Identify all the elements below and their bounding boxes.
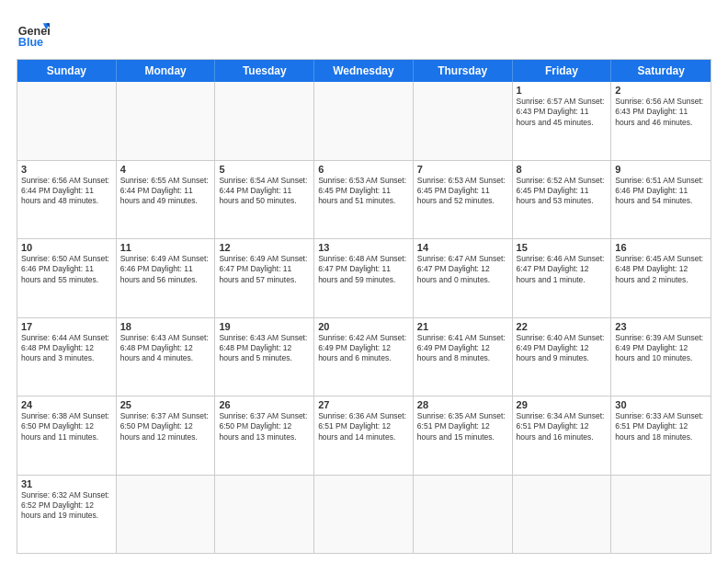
day-info: Sunrise: 6:57 AM Sunset: 6:43 PM Dayligh… [517,97,608,128]
day-number: 19 [219,321,310,332]
day-info: Sunrise: 6:42 AM Sunset: 6:49 PM Dayligh… [318,333,409,364]
header: General Blue [17,17,711,50]
day-info: Sunrise: 6:33 AM Sunset: 6:51 PM Dayligh… [615,411,707,442]
calendar-row-4: 24Sunrise: 6:38 AM Sunset: 6:50 PM Dayli… [17,396,711,476]
calendar-cell: 7Sunrise: 6:53 AM Sunset: 6:45 PM Daylig… [414,161,513,239]
day-info: Sunrise: 6:36 AM Sunset: 6:51 PM Dayligh… [318,411,409,442]
day-info: Sunrise: 6:45 AM Sunset: 6:48 PM Dayligh… [615,254,707,285]
calendar-cell [314,476,414,554]
day-info: Sunrise: 6:50 AM Sunset: 6:46 PM Dayligh… [21,254,112,285]
calendar-cell: 1Sunrise: 6:57 AM Sunset: 6:43 PM Daylig… [513,82,612,160]
calendar-cell: 11Sunrise: 6:49 AM Sunset: 6:46 PM Dayli… [117,239,216,317]
day-info: Sunrise: 6:32 AM Sunset: 6:52 PM Dayligh… [21,490,112,522]
calendar-cell [414,476,513,554]
calendar-cell: 27Sunrise: 6:36 AM Sunset: 6:51 PM Dayli… [314,396,414,475]
day-number: 4 [120,164,211,175]
day-number: 5 [219,164,310,175]
weekday-header-thursday: Thursday [414,60,513,82]
calendar-cell: 10Sunrise: 6:50 AM Sunset: 6:46 PM Dayli… [17,239,117,317]
day-info: Sunrise: 6:44 AM Sunset: 6:48 PM Dayligh… [21,333,112,364]
day-number: 10 [21,242,112,253]
day-number: 23 [615,321,707,332]
day-info: Sunrise: 6:53 AM Sunset: 6:45 PM Dayligh… [318,176,409,207]
day-info: Sunrise: 6:54 AM Sunset: 6:44 PM Dayligh… [219,176,310,207]
calendar-cell: 12Sunrise: 6:49 AM Sunset: 6:47 PM Dayli… [215,239,314,317]
day-info: Sunrise: 6:49 AM Sunset: 6:46 PM Dayligh… [120,254,211,285]
day-number: 6 [318,164,409,175]
calendar-cell: 5Sunrise: 6:54 AM Sunset: 6:44 PM Daylig… [215,161,314,239]
svg-text:Blue: Blue [18,36,43,49]
calendar-cell: 23Sunrise: 6:39 AM Sunset: 6:49 PM Dayli… [611,318,711,396]
day-number: 20 [318,321,409,332]
day-number: 14 [417,242,508,253]
day-info: Sunrise: 6:51 AM Sunset: 6:46 PM Dayligh… [615,176,707,207]
calendar-cell: 6Sunrise: 6:53 AM Sunset: 6:45 PM Daylig… [314,161,414,239]
calendar-cell: 9Sunrise: 6:51 AM Sunset: 6:46 PM Daylig… [611,161,711,239]
calendar-cell [17,82,117,160]
calendar: SundayMondayTuesdayWednesdayThursdayFrid… [17,59,711,554]
calendar-cell: 13Sunrise: 6:48 AM Sunset: 6:47 PM Dayli… [314,239,414,317]
calendar-cell: 26Sunrise: 6:37 AM Sunset: 6:50 PM Dayli… [215,396,314,475]
calendar-cell: 31Sunrise: 6:32 AM Sunset: 6:52 PM Dayli… [17,476,117,554]
day-number: 9 [615,164,707,175]
day-number: 29 [517,399,608,410]
calendar-cell: 22Sunrise: 6:40 AM Sunset: 6:49 PM Dayli… [513,318,612,396]
day-number: 11 [120,242,211,253]
day-number: 18 [120,321,211,332]
day-info: Sunrise: 6:43 AM Sunset: 6:48 PM Dayligh… [219,333,310,364]
calendar-cell: 21Sunrise: 6:41 AM Sunset: 6:49 PM Dayli… [414,318,513,396]
calendar-cell: 17Sunrise: 6:44 AM Sunset: 6:48 PM Dayli… [17,318,117,396]
day-number: 27 [318,399,409,410]
day-number: 31 [21,478,112,489]
day-info: Sunrise: 6:56 AM Sunset: 6:43 PM Dayligh… [615,97,707,128]
calendar-cell [117,476,216,554]
day-number: 15 [517,242,608,253]
calendar-cell: 29Sunrise: 6:34 AM Sunset: 6:51 PM Dayli… [513,396,612,475]
calendar-row-0: 1Sunrise: 6:57 AM Sunset: 6:43 PM Daylig… [17,82,711,161]
day-info: Sunrise: 6:46 AM Sunset: 6:47 PM Dayligh… [517,254,608,285]
page: General Blue SundayMondayTuesdayWednesda… [0,0,728,563]
calendar-cell: 25Sunrise: 6:37 AM Sunset: 6:50 PM Dayli… [117,396,216,475]
day-info: Sunrise: 6:41 AM Sunset: 6:49 PM Dayligh… [417,333,508,364]
calendar-cell [215,476,314,554]
calendar-cell: 30Sunrise: 6:33 AM Sunset: 6:51 PM Dayli… [611,396,711,475]
calendar-cell: 14Sunrise: 6:47 AM Sunset: 6:47 PM Dayli… [414,239,513,317]
day-number: 1 [517,85,608,96]
day-number: 8 [517,164,608,175]
calendar-cell: 20Sunrise: 6:42 AM Sunset: 6:49 PM Dayli… [314,318,414,396]
day-number: 25 [120,399,211,410]
calendar-cell: 4Sunrise: 6:55 AM Sunset: 6:44 PM Daylig… [117,161,216,239]
day-info: Sunrise: 6:39 AM Sunset: 6:49 PM Dayligh… [615,333,707,364]
calendar-cell: 16Sunrise: 6:45 AM Sunset: 6:48 PM Dayli… [611,239,711,317]
day-info: Sunrise: 6:53 AM Sunset: 6:45 PM Dayligh… [417,176,508,207]
day-number: 16 [615,242,707,253]
day-info: Sunrise: 6:47 AM Sunset: 6:47 PM Dayligh… [417,254,508,285]
day-info: Sunrise: 6:52 AM Sunset: 6:45 PM Dayligh… [517,176,608,207]
calendar-row-5: 31Sunrise: 6:32 AM Sunset: 6:52 PM Dayli… [17,476,711,554]
calendar-cell [117,82,216,160]
calendar-row-1: 3Sunrise: 6:56 AM Sunset: 6:44 PM Daylig… [17,161,711,240]
logo-icon: General Blue [17,17,50,50]
calendar-row-3: 17Sunrise: 6:44 AM Sunset: 6:48 PM Dayli… [17,318,711,397]
calendar-cell [414,82,513,160]
day-info: Sunrise: 6:56 AM Sunset: 6:44 PM Dayligh… [21,176,112,207]
calendar-cell: 3Sunrise: 6:56 AM Sunset: 6:44 PM Daylig… [17,161,117,239]
calendar-cell: 24Sunrise: 6:38 AM Sunset: 6:50 PM Dayli… [17,396,117,475]
day-info: Sunrise: 6:37 AM Sunset: 6:50 PM Dayligh… [120,411,211,442]
day-number: 26 [219,399,310,410]
calendar-cell: 2Sunrise: 6:56 AM Sunset: 6:43 PM Daylig… [611,82,711,160]
calendar-cell [513,476,612,554]
calendar-cell: 19Sunrise: 6:43 AM Sunset: 6:48 PM Dayli… [215,318,314,396]
day-number: 17 [21,321,112,332]
weekday-header-monday: Monday [117,60,216,82]
calendar-body: 1Sunrise: 6:57 AM Sunset: 6:43 PM Daylig… [17,82,711,553]
calendar-cell [611,476,711,554]
weekday-header-friday: Friday [513,60,612,82]
day-number: 3 [21,164,112,175]
day-number: 12 [219,242,310,253]
day-info: Sunrise: 6:48 AM Sunset: 6:47 PM Dayligh… [318,254,409,285]
weekday-header-tuesday: Tuesday [215,60,314,82]
day-info: Sunrise: 6:35 AM Sunset: 6:51 PM Dayligh… [417,411,508,442]
day-info: Sunrise: 6:37 AM Sunset: 6:50 PM Dayligh… [219,411,310,442]
day-number: 22 [517,321,608,332]
